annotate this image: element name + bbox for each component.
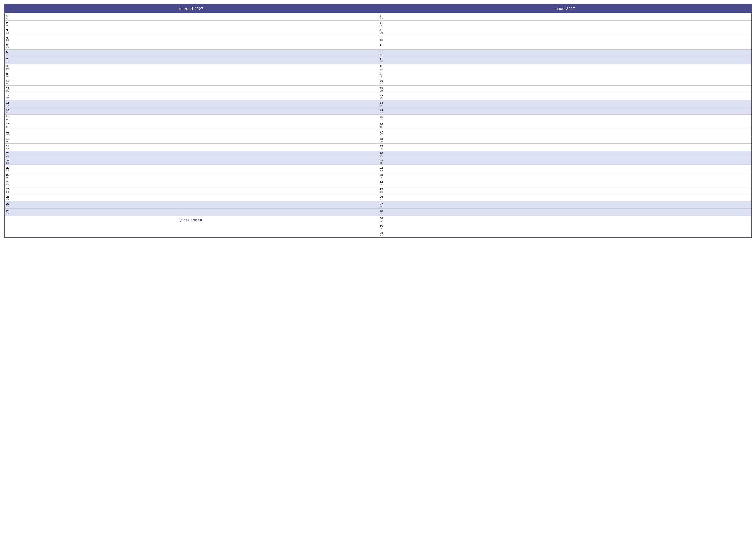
day-number: 8 [6,65,13,68]
day-row-februari-2027-23: 23DI [5,172,378,180]
day-abbr: VR [380,46,387,48]
day-number: 20 [380,152,387,155]
day-abbr: MA [380,68,387,70]
day-row-maart-2027-21: 21ZO [378,158,752,165]
day-abbr: ZA [6,104,13,106]
day-row-februari-2027-11: 11DO [5,86,378,93]
day-info: 20ZA [380,152,387,157]
day-number: 21 [6,159,13,162]
day-row-februari-2027-20: 20ZA [5,151,378,158]
day-number: 14 [6,108,13,112]
day-row-maart-2027-27: 27ZA [378,201,752,209]
day-number: 15 [380,115,387,119]
day-info: 30DI [380,224,387,229]
day-number: 16 [6,123,13,126]
day-info: 28ZO [380,210,387,215]
day-row-maart-2027-2: 2DI [378,21,752,28]
day-info: 23DI [6,173,13,179]
day-row-maart-2027-9: 9DI [378,71,752,79]
day-abbr: DI [6,177,13,179]
day-abbr: DI [380,126,387,128]
day-abbr: MA [6,68,13,70]
day-number: 9 [6,72,13,76]
day-abbr: DO [6,140,13,142]
day-number: 28 [380,210,387,213]
day-number: 19 [380,144,387,148]
day-number: 7 [6,58,13,61]
day-abbr: DI [6,126,13,128]
day-info: 2DI [6,21,13,27]
day-info: 22MA [6,166,13,171]
day-number: 23 [380,173,387,177]
day-number: 26 [380,195,387,198]
day-row-maart-2027-20: 20ZA [378,151,752,158]
day-row-maart-2027-31: 31WO [378,230,752,238]
day-abbr: WO [6,83,13,85]
day-row-maart-2027-10: 10WO [378,78,752,86]
day-abbr: VR [380,198,387,200]
day-info: 5VR [6,43,13,48]
day-abbr: ZA [6,155,13,157]
day-abbr: MA [6,169,13,171]
day-info: 27ZA [380,202,387,208]
day-info: 20ZA [6,152,13,157]
day-abbr: ZO [6,61,13,63]
month-column-februari-2027: februari 20271MA2DI3WO4DO5VR6ZA7ZO8MA9DI… [5,5,378,237]
day-number: 17 [6,130,13,134]
day-number: 22 [6,166,13,169]
day-number: 12 [6,94,13,97]
day-abbr: DO [380,191,387,193]
day-row-februari-2027-17: 17WO [5,129,378,137]
day-number: 11 [380,87,387,90]
day-number: 31 [380,231,387,235]
day-abbr: WO [6,32,13,34]
day-info: 17WO [6,130,13,136]
page-wrapper: februari 20271MA2DI3WO4DO5VR6ZA7ZO8MA9DI… [4,4,752,238]
day-number: 21 [380,159,387,162]
day-abbr: ZO [380,112,387,114]
day-abbr: VR [380,148,387,150]
day-info: 25DO [6,188,13,193]
day-row-maart-2027-13: 13ZA [378,100,752,108]
day-abbr: WO [380,184,387,186]
day-number: 27 [6,202,13,206]
day-abbr: DI [6,25,13,27]
day-info: 26VR [6,195,13,200]
day-number: 19 [6,144,13,148]
day-row-februari-2027-13: 13ZA [5,100,378,108]
day-info: 26VR [380,195,387,200]
day-abbr: VR [6,97,13,99]
day-info: 21ZO [6,159,13,164]
day-row-februari-2027-16: 16DI [5,122,378,129]
day-info: 13ZA [380,101,387,106]
day-number: 13 [6,101,13,104]
logo-text: CALENDAR [183,218,202,222]
day-info: 27ZA [6,202,13,208]
day-info: 22MA [380,166,387,171]
day-number: 5 [380,43,387,46]
day-row-februari-2027-10: 10WO [5,78,378,86]
day-info: 18DO [380,137,387,142]
day-abbr: ZO [380,162,387,164]
day-number: 8 [380,65,387,68]
day-abbr: WO [6,184,13,186]
day-abbr: ZA [6,206,13,208]
day-info: 12VR [6,94,13,99]
day-number: 14 [380,108,387,112]
day-number: 22 [380,166,387,169]
day-number: 24 [380,181,387,184]
day-abbr: ZO [6,213,13,215]
day-number: 23 [6,173,13,177]
day-row-maart-2027-6: 6ZA [378,50,752,57]
month-header-februari-2027: februari 2027 [5,5,378,13]
day-number: 20 [6,152,13,155]
day-abbr: DO [6,39,13,41]
day-info: 6ZA [380,50,387,56]
month-column-maart-2027: maart 20271MA2DI3WO4DO5VR6ZA7ZO8MA9DI10W… [378,5,752,237]
day-row-maart-2027-24: 24WO [378,180,752,187]
day-number: 30 [380,224,387,227]
day-row-maart-2027-30: 30DI [378,223,752,230]
day-info: 15MA [380,115,387,121]
day-info: 7ZO [6,58,13,63]
day-info: 1MA [380,14,387,20]
